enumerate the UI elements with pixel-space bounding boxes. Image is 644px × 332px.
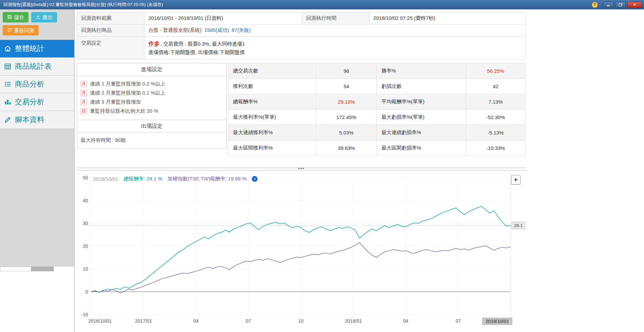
main-content: 回測資料範圍 2016/10/01 - 2018/10/01 (日資料) 回測執… [75,9,644,332]
stat-label: 勝率% [377,63,466,79]
monthly-badge: 月 [81,90,87,96]
table-row: 最大獲利率%(單筆) 172.45% 最大虧損率%(單筆) -52.30% [228,110,525,125]
trade-direction: 作多 [148,41,160,47]
product-label: 回測執行商品 [77,24,144,37]
restore-button[interactable] [615,2,626,8]
table-row: 總交易次數 96 勝率% 56.25% [228,63,525,79]
chart-legend: 2018/10/01 總報酬率: 29.1 % 加權指數(TSE.TW)報酬率:… [93,176,258,182]
sidebar-scrollbar-track[interactable] [0,267,31,271]
product-name: 台股 - 普通股全部(系統) [148,27,201,33]
svg-text:30: 30 [83,221,88,226]
help-icon[interactable]: ? [592,2,598,8]
svg-text:-10: -10 [81,312,88,317]
stat-value: 5.03% [316,125,377,141]
stat-value: -5.13% [466,125,525,141]
list-item: 日 董監持股佔股本比例大於 20 % [81,107,223,116]
rerun-button-label: 重新回測 [14,28,34,33]
minimize-button[interactable] [603,2,614,8]
stat-label: 獲利次數 [228,79,316,94]
sidebar-scrollbar-thumb[interactable] [31,267,54,271]
stat-label: 最大獲利率%(單筆) [228,110,316,125]
sidebar-item-product-analysis[interactable]: 商品分析 [0,75,74,93]
svg-text:20: 20 [83,243,88,249]
sidebar-item-label: 商品統計表 [15,61,52,71]
table-icon [4,63,11,70]
sidebar-item-label: 整體統計 [15,44,44,54]
stat-value: 39.63% [316,141,377,156]
table-row: 最大區間獲利率% 39.63% 最大區間虧損率% -10.33% [228,141,525,156]
stat-label: 虧損次數 [377,79,466,94]
svg-text:0: 0 [85,289,88,294]
chart-canvas[interactable]: 50403020100-102016/10/012017/01040710201… [77,171,526,332]
sidebar-item-overall-stats[interactable]: 整體統計 [0,40,74,58]
zoom-in-button[interactable]: + [511,175,520,184]
save-icon [7,14,12,20]
monthly-badge: 月 [81,81,87,87]
backtest-info-table: 回測資料範圍 2016/10/01 - 2018/10/01 (日資料) 回測執… [77,12,526,59]
stat-value: 172.45% [316,110,377,125]
stat-label: 最大區間獲利率% [228,141,316,156]
sidebar: 儲存 匯出 重新回測 整體統計 商品統計表 商品分 [0,9,75,332]
sidebar-item-script-data[interactable]: 腳本資料 [0,111,74,129]
table-row: 交易設定 作多, 交易費用 : 股票0.3%, 最大同時進場1 進場價格:下期開… [77,37,526,59]
stat-value: 42 [466,79,525,94]
success-count-link[interactable]: 1585(成功) [204,27,229,33]
restore-icon [618,3,623,7]
condition-text: 連續 3 月董監持股增加 [90,99,141,105]
svg-text:07: 07 [456,318,461,324]
daily-badge: 日 [81,108,87,114]
stat-value: -10.33% [466,141,525,156]
refresh-icon [7,27,12,33]
export-button-label: 匯出 [43,15,53,20]
stat-label: 總報酬率% [228,94,316,110]
list-item: 月 連續 1 月董監持股增加 0.2 %以上 [81,79,223,89]
svg-text:04: 04 [403,318,409,324]
stat-label: 最大區間虧損率% [377,141,466,156]
svg-text:29.1: 29.1 [514,223,522,228]
exit-settings-title: 出場設定 [77,120,226,132]
svg-text:50: 50 [83,175,88,180]
svg-text:10: 10 [83,266,88,272]
stat-label: 平均報酬率%(單筆) [377,94,466,110]
trade-prices: 進場價格:下期開盤價, 出場價格:下期開盤價 [148,48,521,56]
stat-label: 總交易次數 [228,63,316,79]
svg-text:2018/10/01: 2018/10/01 [486,319,509,324]
stat-value: 96 [316,63,377,79]
trade-settings-value: 作多, 交易費用 : 股票0.3%, 最大同時進場1 進場價格:下期開盤價, 出… [144,37,526,59]
list-item: 月 連續 2 月董監持股增加 0.1 %以上 [81,89,223,98]
trade-settings-label: 交易設定 [77,37,144,59]
close-button[interactable]: ✕ [627,2,642,8]
sidebar-item-product-stats-table[interactable]: 商品統計表 [0,58,74,75]
table-row: 回測執行商品 台股 - 普通股全部(系統) 1585(成功) 87(失敗) [77,24,526,37]
sidebar-item-trade-analysis[interactable]: 交易分析 [0,93,74,111]
exit-rule-text: 最大持有時間 : 90期 [77,132,226,148]
crosshair-date: 2018/10/01 [93,176,118,182]
stat-value: -52.30% [466,110,525,125]
table-row: 回測資料範圍 2016/10/01 - 2018/10/01 (日資料) 回測執… [77,12,526,24]
stat-label: 最大連續虧損率% [377,125,466,141]
sidebar-item-label: 商品分析 [15,79,44,89]
horizontal-splitter[interactable]: ••• [77,168,526,171]
exec-time-label: 回測執行時間 [302,12,369,24]
legend-total-return: 總報酬率: 29.1 % [124,176,162,182]
export-icon [36,14,41,20]
save-button-label: 儲存 [14,15,24,20]
svg-text:04: 04 [193,318,199,324]
product-value: 台股 - 普通股全部(系統) 1585(成功) 87(失敗) [144,24,526,37]
entry-conditions: 月 連續 1 月董監持股增加 0.2 %以上 月 連續 2 月董監持股增加 0.… [77,76,226,120]
stat-value: 7.13% [466,94,525,110]
pen-icon [4,116,11,123]
info-icon[interactable]: ✕ [252,176,258,182]
exec-time-value: 2018/10/02 07:25 (費時7秒) [369,12,526,24]
export-button[interactable]: 匯出 [31,12,57,22]
close-icon: ✕ [633,2,636,7]
save-button[interactable]: 儲存 [3,12,29,22]
condition-text: 連續 2 月董監持股增加 0.1 %以上 [90,90,165,96]
window-title: 回測報告[選股](Beta版):02.董監持股偷偷佈局股[台股] (執行時間:0… [2,2,592,8]
svg-text:40: 40 [83,198,88,203]
sidebar-nav: 整體統計 商品統計表 商品分析 交易分析 腳本資料 [0,40,74,129]
rerun-backtest-button[interactable]: 重新回測 [3,25,39,36]
backtest-report-window: 回測報告[選股](Beta版):02.董監持股偷偷佈局股[台股] (執行時間:0… [0,0,644,332]
stat-label: 最大連續獲利率% [228,125,316,141]
fail-count-link[interactable]: 87(失敗) [232,27,251,33]
